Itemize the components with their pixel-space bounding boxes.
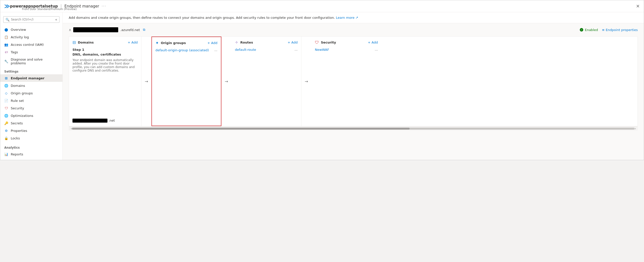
security-more-button[interactable]: ···	[375, 49, 378, 52]
info-text: Add domains and create origin groups, th…	[69, 16, 335, 20]
activity-log-label: Activity log	[11, 35, 29, 39]
title-bar: ≫ powerappsportalsetup | Endpoint manage…	[0, 0, 644, 12]
arrow-routes-to-security: →	[302, 79, 312, 84]
domains-col-title: Domains	[78, 41, 94, 44]
scrollbar-thumb[interactable]	[72, 128, 410, 130]
scrollbar-track[interactable]	[72, 128, 634, 130]
overview-icon: ⬤	[4, 28, 8, 32]
origin-groups-add-button[interactable]: + Add	[208, 41, 218, 45]
props-label: Endpoint properties	[606, 28, 638, 32]
security-col-icon: 🛡	[315, 40, 319, 45]
access-control-icon: 👥	[4, 43, 8, 47]
rule-set-icon: 📄	[4, 99, 8, 103]
domain-redacted-text	[72, 119, 108, 123]
endpoint-name-redacted	[73, 27, 118, 32]
step1-desc: Your endpoint domain was automatically a…	[72, 58, 138, 72]
optimizations-icon: 🌐	[4, 114, 8, 118]
step1-title: DNS, domains, certificates	[72, 53, 138, 56]
sidebar-item-secrets[interactable]: 🔑 Secrets	[0, 119, 62, 127]
secrets-icon: 🔑	[4, 121, 8, 125]
scroll-right-button[interactable]: ›	[634, 127, 636, 130]
domains-add-button[interactable]: + Add	[128, 41, 138, 44]
routes-column: ✧ Routes + Add default-route ···	[232, 37, 302, 126]
origin-groups-col-title: Origin groups	[161, 41, 186, 45]
endpoint-manager-label: Endpoint manager	[11, 76, 44, 80]
collapse-button[interactable]: «	[55, 18, 57, 22]
tags-icon: 🏷	[4, 50, 8, 54]
routes-col-icon: ✧	[235, 40, 238, 45]
security-nav-icon: 🛡	[4, 106, 8, 110]
sidebar-item-activity-log[interactable]: 📋 Activity log	[0, 33, 62, 41]
sidebar-item-optimizations[interactable]: 🌐 Optimizations	[0, 112, 62, 119]
origin-groups-col-header: ✦ Origin groups + Add	[156, 41, 218, 45]
routes-col-header: ✧ Routes + Add	[235, 40, 298, 45]
search-input[interactable]	[11, 18, 55, 21]
security-add-button[interactable]: + Add	[368, 41, 378, 44]
origin-groups-col-icon: ✦	[156, 41, 159, 45]
activity-log-icon: 📋	[4, 35, 8, 39]
sidebar-item-endpoint-manager[interactable]: ⊞ Endpoint manager	[0, 74, 62, 82]
security-col-header: 🛡 Security + Add	[315, 40, 378, 45]
routes-add-button[interactable]: + Add	[288, 41, 298, 44]
close-button[interactable]: ✕	[636, 4, 640, 9]
sidebar: 🔍 « ⬤ Overview 📋 Activity log 👥 Access c…	[0, 12, 63, 160]
sidebar-item-access-control[interactable]: 👥 Access control (IAM)	[0, 41, 62, 48]
enabled-label: Enabled	[585, 28, 598, 32]
sidebar-item-locks[interactable]: 🔒 Locks	[0, 134, 62, 142]
domains-nav-label: Domains	[11, 84, 25, 88]
properties-label: Properties	[11, 129, 27, 133]
sidebar-item-tags[interactable]: 🏷 Tags	[0, 48, 62, 56]
route-item-row: default-route ···	[235, 48, 298, 53]
new-waf-link[interactable]: NewWAF	[315, 48, 329, 52]
copy-endpoint-button[interactable]: ⧉	[143, 28, 145, 32]
optimizations-label: Optimizations	[11, 114, 33, 118]
subtitle: Front Door Standard/Premium (Preview)	[22, 8, 77, 11]
default-origin-group-link[interactable]: default-origin-group (associated)	[156, 48, 209, 52]
content-area: Add domains and create origin groups, th…	[63, 12, 644, 160]
security-item-row: NewWAF ···	[315, 48, 378, 53]
main-window: ≫ powerappsportalsetup | Endpoint manage…	[0, 0, 644, 160]
arrow-domains-to-origins: →	[142, 79, 152, 84]
default-route-link[interactable]: default-route	[235, 48, 256, 52]
endpoint-status: Enabled ≡ Endpoint properties	[580, 28, 638, 32]
settings-section-header: Settings	[0, 67, 62, 74]
reports-icon: 📊	[4, 152, 8, 156]
domains-column-header: ⊟ Domains + Add	[72, 40, 138, 45]
sidebar-item-domains[interactable]: 🌐 Domains	[0, 82, 62, 89]
origin-groups-nav-icon: ◇	[4, 91, 8, 95]
diagnose-icon: 🔧	[4, 59, 8, 63]
tags-label: Tags	[11, 50, 18, 54]
endpoint-header: ∧ .azurefd.net ⧉ Enabled ≡ Endpoint prop…	[69, 27, 638, 32]
routes-col-title: Routes	[240, 41, 253, 44]
sidebar-item-properties[interactable]: ⚙ Properties	[0, 127, 62, 134]
origin-groups-column: ✦ Origin groups + Add default-origin-gro…	[152, 37, 222, 126]
learn-more-link[interactable]: Learn more ↗	[336, 16, 358, 20]
sidebar-item-diagnose[interactable]: 🔧 Diagnose and solve problems	[0, 56, 62, 67]
sidebar-item-overview[interactable]: ⬤ Overview	[0, 26, 62, 33]
title-ellipsis[interactable]: ···	[102, 4, 106, 8]
domains-column: ⊟ Domains + Add Step 1 DNS, domains, cer…	[69, 37, 142, 126]
locks-icon: 🔒	[4, 136, 8, 140]
collapse-endpoint-button[interactable]: ∧	[69, 28, 71, 32]
scrollbar-area: ‹ ›	[69, 126, 638, 130]
analytics-section-header: Analytics	[0, 143, 62, 150]
overview-label: Overview	[11, 28, 26, 32]
app-logo: ≫	[4, 3, 10, 9]
sidebar-item-rule-set[interactable]: 📄 Rule set	[0, 97, 62, 104]
search-box[interactable]: 🔍 «	[3, 16, 60, 23]
route-more-button[interactable]: ···	[295, 49, 298, 52]
endpoint-properties-button[interactable]: ≡ Endpoint properties	[602, 28, 638, 32]
sidebar-item-reports[interactable]: 📊 Reports	[0, 150, 62, 158]
origin-group-item-row: default-origin-group (associated) ···	[156, 48, 218, 54]
sidebar-item-security[interactable]: 🛡 Security	[0, 104, 62, 112]
main-layout: 🔍 « ⬤ Overview 📋 Activity log 👥 Access c…	[0, 12, 644, 160]
origin-group-more-button[interactable]: ···	[214, 49, 218, 53]
domains-col-icon: ⊟	[72, 40, 76, 45]
properties-icon: ⚙	[4, 129, 8, 133]
step1-info: Step 1 DNS, domains, certificates	[72, 48, 138, 56]
enabled-dot	[580, 28, 583, 32]
search-icon: 🔍	[6, 18, 10, 22]
sidebar-item-origin-groups[interactable]: ◇ Origin groups	[0, 89, 62, 97]
arrow-origins-to-routes: →	[222, 79, 232, 84]
domains-nav-icon: 🌐	[4, 84, 8, 88]
